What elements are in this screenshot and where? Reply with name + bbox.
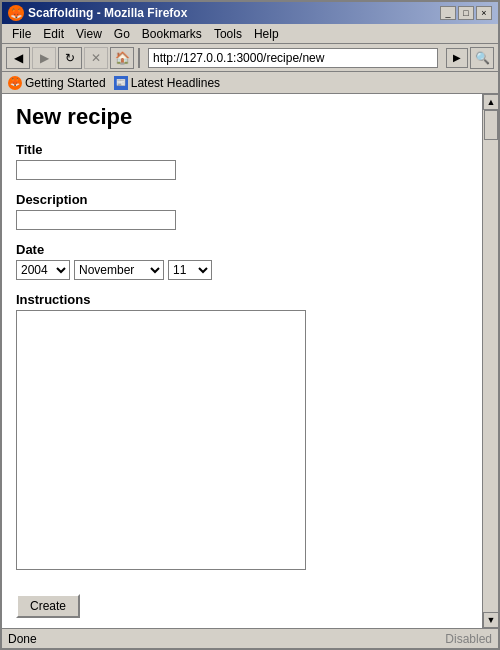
status-text: Done [8,632,37,646]
content-area: New recipe Title Description Date 2004 [2,94,498,628]
home-button[interactable]: 🏠 [110,47,134,69]
menu-go[interactable]: Go [108,26,136,42]
menu-edit[interactable]: Edit [37,26,70,42]
scroll-up-button[interactable]: ▲ [483,94,498,110]
description-label: Description [16,192,468,207]
menu-help[interactable]: Help [248,26,285,42]
scrollbar[interactable]: ▲ ▼ [482,94,498,628]
bookmark-latest-headlines-label: Latest Headlines [131,76,220,90]
description-field-group: Description [16,192,468,230]
window-title: Scaffolding - Mozilla Firefox [28,6,187,20]
create-button[interactable]: Create [16,594,80,618]
maximize-button[interactable]: □ [458,6,474,20]
description-input[interactable] [16,210,176,230]
browser-icon: 🦊 [8,5,24,21]
menu-view[interactable]: View [70,26,108,42]
title-bar-left: 🦊 Scaffolding - Mozilla Firefox [8,5,187,21]
menu-tools[interactable]: Tools [208,26,248,42]
scroll-track[interactable] [483,110,498,612]
address-bar [148,47,438,69]
reload-button[interactable]: ↻ [58,47,82,69]
getting-started-icon: 🦊 [8,76,22,90]
address-input[interactable] [148,48,438,68]
browser-window: 🦊 Scaffolding - Mozilla Firefox _ □ × Fi… [0,0,500,650]
instructions-field-group: Instructions [16,292,468,570]
menu-bookmarks[interactable]: Bookmarks [136,26,208,42]
day-select[interactable]: 1234 5678 9101112 13141516 17181920 2122… [168,260,212,280]
bookmark-latest-headlines[interactable]: 📰 Latest Headlines [114,76,220,90]
title-input[interactable] [16,160,176,180]
toolbar-separator [138,48,140,68]
instructions-label: Instructions [16,292,468,307]
instructions-textarea[interactable] [16,310,306,570]
date-row: 2004 January February March April May Ju… [16,260,468,280]
status-right: Disabled [445,632,492,646]
search-button[interactable]: 🔍 [470,47,494,69]
page-heading: New recipe [16,104,468,130]
title-bar: 🦊 Scaffolding - Mozilla Firefox _ □ × [2,2,498,24]
menu-file[interactable]: File [6,26,37,42]
bookmark-getting-started-label: Getting Started [25,76,106,90]
minimize-button[interactable]: _ [440,6,456,20]
date-field-group: Date 2004 January February March April M… [16,242,468,280]
bookmark-getting-started[interactable]: 🦊 Getting Started [8,76,106,90]
date-label: Date [16,242,468,257]
latest-headlines-icon: 📰 [114,76,128,90]
stop-button[interactable]: ✕ [84,47,108,69]
scroll-thumb[interactable] [484,110,498,140]
year-select[interactable]: 2004 [16,260,70,280]
go-button[interactable]: ▶ [446,48,468,68]
back-button[interactable]: ◀ [6,47,30,69]
month-select[interactable]: January February March April May June Ju… [74,260,164,280]
title-field-group: Title [16,142,468,180]
menu-bar: File Edit View Go Bookmarks Tools Help [2,24,498,44]
toolbar: ◀ ▶ ↻ ✕ 🏠 ▶ 🔍 [2,44,498,72]
title-label: Title [16,142,468,157]
page-content: New recipe Title Description Date 2004 [2,94,482,628]
title-bar-controls[interactable]: _ □ × [440,6,492,20]
forward-button[interactable]: ▶ [32,47,56,69]
scroll-down-button[interactable]: ▼ [483,612,498,628]
status-bar: Done Disabled [2,628,498,648]
bookmarks-bar: 🦊 Getting Started 📰 Latest Headlines [2,72,498,94]
close-button[interactable]: × [476,6,492,20]
